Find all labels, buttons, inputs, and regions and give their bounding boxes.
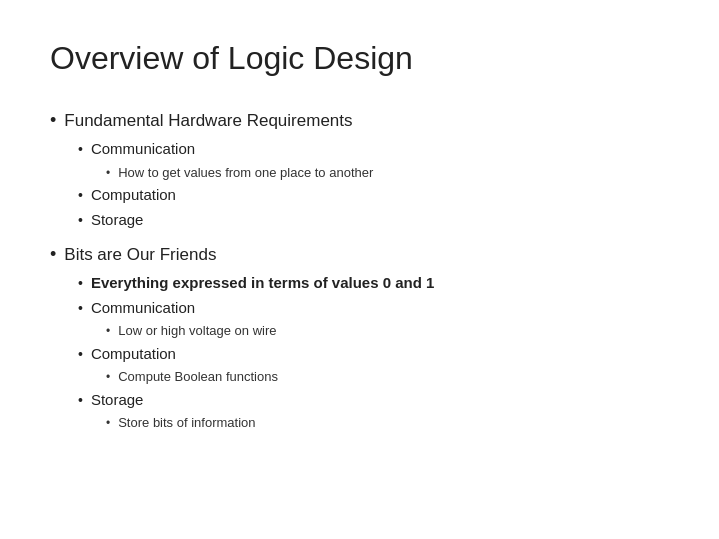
slide-title: Overview of Logic Design <box>50 40 669 77</box>
bits-computation-subs: Compute Boolean functions <box>106 367 669 387</box>
bits-storage-label: Storage <box>91 389 144 412</box>
communication-sub-1-text: How to get values from one place to anot… <box>118 163 373 183</box>
section-fundamental-items: Communication How to get values from one… <box>78 138 669 231</box>
bits-computation-sub-1: Compute Boolean functions <box>106 367 669 387</box>
bits-communication-subs: Low or high voltage on wire <box>106 321 669 341</box>
communication-subs: How to get values from one place to anot… <box>106 163 669 183</box>
slide-content: Fundamental Hardware Requirements Commun… <box>50 107 669 433</box>
section-fundamental-text: Fundamental Hardware Requirements <box>64 108 352 134</box>
bits-communication-sub-1-text: Low or high voltage on wire <box>118 321 276 341</box>
bits-everything: Everything expressed in terms of values … <box>78 272 669 295</box>
fundamental-storage-label: Storage <box>91 209 144 232</box>
bits-communication-label: Communication <box>91 297 195 320</box>
slide: Overview of Logic Design Fundamental Har… <box>0 0 719 539</box>
bits-computation-sub-1-text: Compute Boolean functions <box>118 367 278 387</box>
communication-sub-1: How to get values from one place to anot… <box>106 163 669 183</box>
section-bits: Bits are Our Friends Everything expresse… <box>50 241 669 433</box>
fundamental-storage: Storage <box>78 209 669 232</box>
fundamental-communication-label: Communication <box>91 138 195 161</box>
fundamental-computation: Computation <box>78 184 669 207</box>
section-bits-items: Everything expressed in terms of values … <box>78 272 669 433</box>
bits-storage: Storage <box>78 389 669 412</box>
bits-computation: Computation <box>78 343 669 366</box>
bits-storage-sub-1-text: Store bits of information <box>118 413 255 433</box>
bits-storage-sub-1: Store bits of information <box>106 413 669 433</box>
section-bits-text: Bits are Our Friends <box>64 242 216 268</box>
section-fundamental: Fundamental Hardware Requirements Commun… <box>50 107 669 231</box>
section-fundamental-label: Fundamental Hardware Requirements <box>50 107 669 134</box>
fundamental-computation-label: Computation <box>91 184 176 207</box>
section-bits-label: Bits are Our Friends <box>50 241 669 268</box>
bits-storage-subs: Store bits of information <box>106 413 669 433</box>
bits-computation-label: Computation <box>91 343 176 366</box>
bits-communication-sub-1: Low or high voltage on wire <box>106 321 669 341</box>
top-level-list: Fundamental Hardware Requirements Commun… <box>50 107 669 433</box>
fundamental-communication: Communication <box>78 138 669 161</box>
bits-everything-label: Everything expressed in terms of values … <box>91 272 434 295</box>
bits-communication: Communication <box>78 297 669 320</box>
